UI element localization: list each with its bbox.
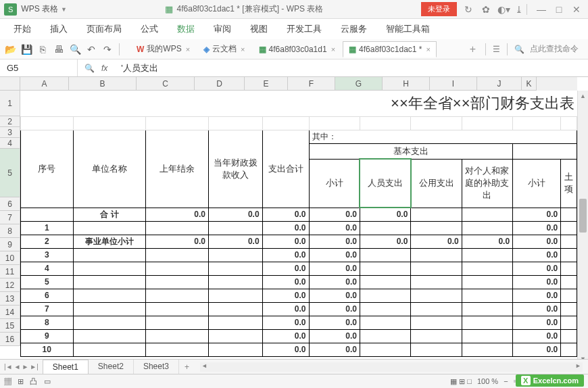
cell[interactable] xyxy=(146,248,209,262)
menu-item-5[interactable]: 审阅 xyxy=(205,20,239,39)
cell[interactable]: 0.0 xyxy=(309,275,360,289)
cell[interactable] xyxy=(73,316,146,329)
cell[interactable]: 8 xyxy=(21,316,74,329)
cell[interactable]: 1 xyxy=(21,221,74,235)
cell[interactable] xyxy=(21,116,74,130)
cell[interactable] xyxy=(146,221,209,235)
spreadsheet-grid[interactable]: ABCDEFGHIJK 12345678910111213141516 ××年全… xyxy=(0,77,588,364)
cell[interactable] xyxy=(208,329,262,343)
horizontal-scrollbar[interactable] xyxy=(200,362,583,372)
settings-icon[interactable]: ✿ xyxy=(480,4,492,15)
maximize-button[interactable]: □ xyxy=(553,4,565,15)
cell[interactable]: 0.0 xyxy=(513,248,561,262)
cell[interactable] xyxy=(360,262,410,275)
cell[interactable]: 10 xyxy=(21,343,74,356)
row-headers[interactable]: 12345678910111213141516 xyxy=(0,91,20,346)
cell[interactable]: ××年全省××部门财务支出表 xyxy=(21,91,577,116)
cell[interactable]: 0.0 xyxy=(360,235,410,248)
cell[interactable] xyxy=(411,262,462,275)
cell[interactable] xyxy=(360,316,410,329)
row-header-15[interactable]: 15 xyxy=(0,319,20,333)
cell[interactable] xyxy=(411,275,462,289)
cell[interactable] xyxy=(262,116,309,130)
collapse-ribbon-icon[interactable]: ⤓ xyxy=(515,4,527,15)
cell[interactable] xyxy=(561,208,577,221)
col-header-K[interactable]: K xyxy=(522,77,537,91)
row-header-8[interactable]: 8 xyxy=(0,224,20,238)
cell[interactable] xyxy=(411,221,462,235)
cell[interactable] xyxy=(208,262,262,275)
print-icon[interactable]: 🖶 xyxy=(53,43,65,55)
column-headers[interactable]: ABCDEFGHIJK xyxy=(20,77,577,91)
cell[interactable] xyxy=(513,143,577,159)
cell[interactable] xyxy=(360,289,410,302)
zoom-level[interactable]: 100 % xyxy=(477,377,498,385)
cell[interactable] xyxy=(561,316,577,329)
cell[interactable] xyxy=(208,343,262,356)
row-header-13[interactable]: 13 xyxy=(0,292,20,306)
row-header-7[interactable]: 7 xyxy=(0,211,20,224)
sheet-nav-last-icon[interactable]: ►| xyxy=(30,363,39,370)
col-header-G[interactable]: G xyxy=(335,77,383,91)
cell[interactable] xyxy=(21,208,74,221)
cell[interactable]: 0.0 xyxy=(262,248,309,262)
cell[interactable]: 0.0 xyxy=(208,235,262,248)
menu-item-7[interactable]: 开发工具 xyxy=(278,20,330,39)
cell[interactable] xyxy=(411,302,462,316)
cell[interactable]: 上年结余 xyxy=(146,130,209,208)
cell[interactable] xyxy=(146,289,209,302)
sheet-nav-first-icon[interactable]: |◄ xyxy=(4,363,13,370)
cell[interactable]: 小计 xyxy=(309,159,360,208)
cell[interactable] xyxy=(360,302,410,316)
cell[interactable]: 0.0 xyxy=(262,302,309,316)
cell[interactable]: 0.0 xyxy=(262,329,309,343)
cell[interactable] xyxy=(73,343,146,356)
cell[interactable] xyxy=(146,275,209,289)
cell[interactable]: 土项 xyxy=(561,159,577,208)
cell[interactable] xyxy=(462,343,512,356)
cell[interactable]: 0.0 xyxy=(262,208,309,221)
cell[interactable] xyxy=(360,329,410,343)
cell[interactable] xyxy=(462,302,512,316)
row-header-14[interactable]: 14 xyxy=(0,306,20,319)
open-icon[interactable]: 📂 xyxy=(4,43,16,55)
cell[interactable]: 支出合计 xyxy=(262,130,309,208)
cells-area[interactable]: ××年全省××部门财务支出表序号单位名称上年结余当年财政拨款收入支出合计其中：基… xyxy=(20,91,577,364)
command-search[interactable]: 点此查找命令 xyxy=(530,43,579,55)
col-header-C[interactable]: C xyxy=(137,77,195,91)
cell[interactable]: 合 计 xyxy=(73,208,146,221)
cell[interactable] xyxy=(462,289,512,302)
cell[interactable]: 0.0 xyxy=(513,235,561,248)
cell[interactable] xyxy=(208,221,262,235)
cell[interactable]: 0.0 xyxy=(462,235,512,248)
cell[interactable]: 9 xyxy=(21,329,74,343)
save-icon[interactable]: 💾 xyxy=(20,43,32,55)
cell[interactable] xyxy=(208,248,262,262)
cell[interactable] xyxy=(208,289,262,302)
cell[interactable] xyxy=(73,329,146,343)
cell[interactable]: 对个人和家庭的补助支出 xyxy=(462,159,512,208)
col-header-J[interactable]: J xyxy=(477,77,522,91)
cell[interactable]: 0.0 xyxy=(262,221,309,235)
cell[interactable]: 0.0 xyxy=(262,235,309,248)
cell[interactable] xyxy=(462,316,512,329)
print-preview-icon[interactable]: 🔍 xyxy=(69,43,81,55)
cell[interactable]: 0.0 xyxy=(146,235,209,248)
scroll-up-icon[interactable]: ▲ xyxy=(578,91,588,101)
cell[interactable] xyxy=(561,275,577,289)
cell[interactable]: 0.0 xyxy=(262,289,309,302)
view-mode-icons[interactable]: ▦ ⊞ □ xyxy=(450,377,472,386)
cell[interactable] xyxy=(462,275,512,289)
close-tab-icon[interactable]: × xyxy=(186,45,190,53)
cell[interactable]: 0.0 xyxy=(513,275,561,289)
export-icon[interactable]: ⎘ xyxy=(36,43,49,55)
cell[interactable]: 0.0 xyxy=(513,329,561,343)
cell[interactable] xyxy=(73,289,146,302)
theme-icon[interactable]: ◐▾ xyxy=(497,4,510,15)
redo-icon[interactable]: ↷ xyxy=(101,43,114,55)
cell[interactable] xyxy=(561,289,577,302)
row-header-16[interactable]: 16 xyxy=(0,333,20,346)
menu-item-9[interactable]: 智能工具箱 xyxy=(378,20,438,39)
cell[interactable] xyxy=(146,343,209,356)
cell[interactable] xyxy=(462,116,512,130)
